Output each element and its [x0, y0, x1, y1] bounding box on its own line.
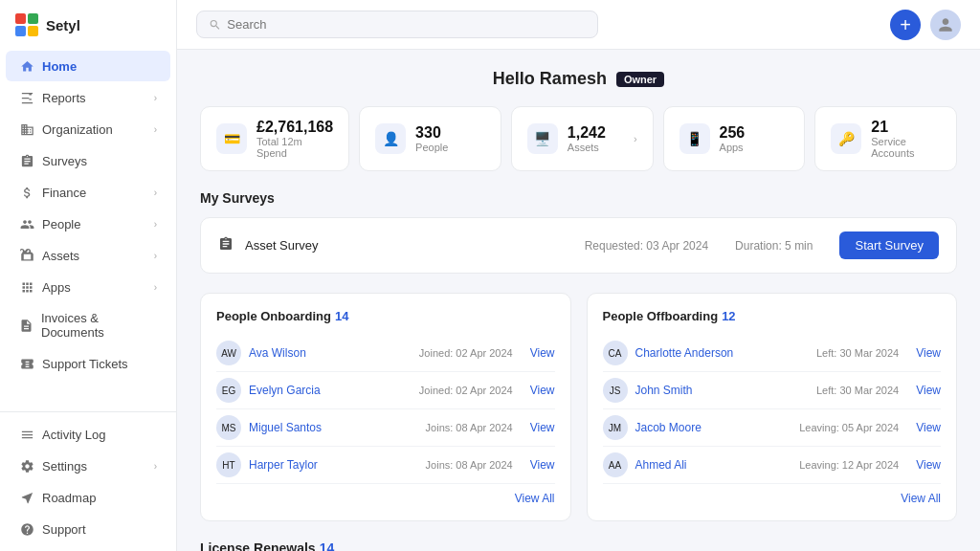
table-row: MS Miguel Santos Joins: 08 Apr 2024 View	[216, 409, 555, 447]
sidebar-item-organization-label: Organization	[42, 122, 113, 137]
person-date: Joined: 02 Apr 2024	[419, 385, 513, 396]
spend-icon: 💳	[216, 123, 247, 154]
sidebar-item-activity-log[interactable]: Activity Log	[6, 419, 170, 450]
sidebar-item-organization[interactable]: Organization ›	[6, 114, 170, 144]
assets-chevron-icon: ›	[154, 251, 157, 261]
svg-rect-3	[28, 26, 38, 36]
offboarding-view-all[interactable]: View All	[603, 492, 942, 505]
survey-name: Asset Survey	[245, 238, 573, 253]
sidebar-item-roadmap-label: Roadmap	[42, 491, 96, 505]
stat-service-accounts[interactable]: 🔑 21 Service Accounts	[814, 106, 957, 171]
sidebar-item-support-tickets-label: Support Tickets	[42, 357, 128, 371]
person-name[interactable]: Harper Taylor	[249, 458, 418, 472]
view-link[interactable]: View	[916, 421, 941, 434]
sidebar-item-apps[interactable]: Apps ›	[6, 272, 170, 302]
view-link[interactable]: View	[530, 346, 555, 360]
table-row: AW Ava Wilson Joined: 02 Apr 2024 View	[216, 335, 555, 372]
stat-people[interactable]: 👤 330 People	[359, 106, 501, 171]
activity-log-icon	[19, 427, 34, 442]
table-row: JM Jacob Moore Leaving: 05 Apr 2024 View	[603, 409, 942, 447]
sidebar-item-finance[interactable]: Finance ›	[6, 177, 170, 208]
organization-chevron-icon: ›	[154, 124, 157, 135]
avatar: MS	[216, 415, 241, 440]
app-logo: Setyl	[0, 0, 176, 50]
person-name[interactable]: Ava Wilson	[249, 346, 412, 360]
sidebar-item-reports[interactable]: Reports ›	[6, 82, 170, 113]
content-area: Hello Ramesh Owner 💳 £2,761,168 Total 12…	[177, 50, 980, 551]
view-link[interactable]: View	[916, 384, 941, 397]
sidebar-item-support-bottom[interactable]: Support	[6, 514, 170, 544]
person-date: Left: 30 Mar 2024	[816, 347, 899, 359]
offboarding-title: People Offboarding12	[603, 309, 942, 323]
person-date: Joins: 08 Apr 2024	[426, 422, 513, 433]
sidebar-item-support-tickets[interactable]: Support Tickets	[6, 348, 170, 379]
stat-spend[interactable]: 💳 £2,761,168 Total 12m Spend	[200, 106, 349, 171]
roadmap-icon	[19, 490, 34, 505]
sidebar-item-finance-label: Finance	[42, 186, 86, 200]
start-survey-button[interactable]: Start Survey	[839, 231, 939, 259]
assets-icon	[19, 248, 34, 263]
table-row: JS John Smith Left: 30 Mar 2024 View	[603, 372, 942, 409]
onboarding-panel: People Onboarding14 AW Ava Wilson Joined…	[200, 293, 571, 521]
sidebar-item-roadmap[interactable]: Roadmap	[6, 482, 170, 513]
search-box[interactable]	[196, 11, 598, 38]
sidebar-item-invoices[interactable]: Invoices & Documents	[6, 303, 170, 347]
onboarding-offboarding-grid: People Onboarding14 AW Ava Wilson Joined…	[200, 293, 957, 521]
table-row: CA Charlotte Anderson Left: 30 Mar 2024 …	[603, 335, 942, 372]
sidebar-item-reports-label: Reports	[42, 91, 86, 105]
finance-chevron-icon: ›	[154, 187, 157, 198]
sidebar-item-people[interactable]: People ›	[6, 209, 170, 239]
building-icon	[19, 121, 34, 137]
owner-badge: Owner	[616, 72, 664, 87]
view-link[interactable]: View	[530, 458, 555, 472]
table-row: HT Harper Taylor Joins: 08 Apr 2024 View	[216, 447, 555, 484]
sidebar-item-apps-label: Apps	[42, 280, 71, 295]
person-date: Joined: 02 Apr 2024	[419, 347, 513, 359]
view-link[interactable]: View	[530, 421, 555, 434]
view-link[interactable]: View	[530, 384, 555, 397]
finance-icon	[19, 185, 34, 200]
person-name[interactable]: Miguel Santos	[249, 421, 418, 434]
avatar: JS	[603, 378, 628, 403]
support-icon	[19, 521, 34, 537]
topbar-right: +	[890, 10, 961, 40]
app-name: Setyl	[46, 17, 80, 33]
stat-apps[interactable]: 📱 256 Apps	[663, 106, 806, 171]
survey-card: Asset Survey Requested: 03 Apr 2024 Dura…	[200, 217, 957, 274]
assets-stat-icon: 🖥️	[527, 123, 558, 154]
survey-requested: Requested: 03 Apr 2024	[585, 239, 708, 253]
sidebar-item-activity-log-label: Activity Log	[42, 428, 105, 442]
settings-chevron-icon: ›	[154, 461, 157, 472]
renewals-section-title: License Renewals14	[200, 540, 957, 551]
sidebar-item-settings[interactable]: Settings ›	[6, 451, 170, 481]
apps-label: Apps	[720, 142, 790, 153]
sidebar-item-people-label: People	[42, 217, 80, 231]
person-name[interactable]: Charlotte Anderson	[635, 346, 809, 360]
sidebar-item-home[interactable]: Home	[6, 51, 170, 81]
clipboard-icon	[19, 153, 34, 168]
surveys-section-title: My Surveys	[200, 190, 957, 206]
sidebar-item-assets[interactable]: Assets ›	[6, 240, 170, 271]
sidebar-item-settings-label: Settings	[42, 459, 87, 474]
avatar: CA	[603, 341, 628, 365]
survey-icon	[218, 236, 234, 255]
gear-icon	[19, 458, 34, 474]
add-button[interactable]: +	[890, 10, 921, 40]
person-name[interactable]: Jacob Moore	[635, 421, 792, 434]
person-name[interactable]: Ahmed Ali	[635, 458, 792, 472]
svg-rect-0	[15, 13, 26, 24]
search-input[interactable]	[227, 17, 586, 32]
sidebar-item-surveys[interactable]: Surveys	[6, 145, 170, 176]
stat-assets[interactable]: 🖥️ 1,242 Assets ›	[511, 106, 654, 171]
view-link[interactable]: View	[916, 458, 941, 472]
apps-stat-icon: 📱	[679, 123, 710, 154]
person-name[interactable]: Evelyn Garcia	[249, 384, 412, 397]
view-link[interactable]: View	[916, 346, 941, 360]
spend-value: £2,761,168	[256, 119, 333, 136]
sidebar-item-invoices-label: Invoices & Documents	[41, 311, 157, 340]
onboarding-view-all[interactable]: View All	[216, 492, 555, 505]
page-greeting: Hello Ramesh	[493, 69, 607, 89]
home-icon	[19, 58, 34, 74]
service-accounts-value: 21	[871, 119, 941, 136]
person-name[interactable]: John Smith	[635, 384, 809, 397]
